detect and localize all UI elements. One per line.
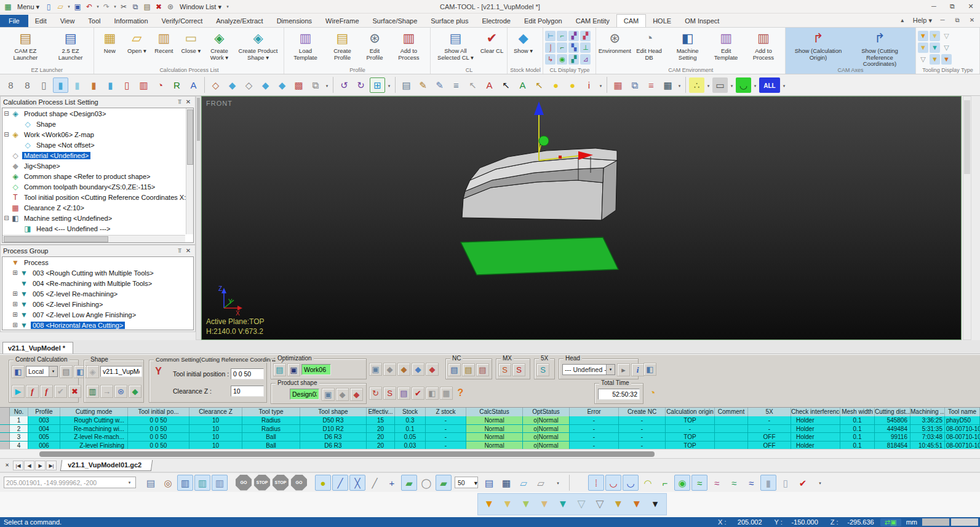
- paths-parallel-icon[interactable]: ≈: [691, 475, 707, 491]
- prev-sheet-button[interactable]: ◀: [24, 461, 34, 470]
- tool-axis-button[interactable]: S: [383, 387, 396, 400]
- sketch-edit-icon[interactable]: ✎: [415, 77, 431, 93]
- recent-button[interactable]: ▥Recent: [150, 29, 177, 66]
- head-info-icon[interactable]: i: [631, 363, 644, 376]
- plane-icon[interactable]: ▰: [401, 475, 417, 491]
- cam-ez-launcher-button[interactable]: ▤CAM EZ Launcher: [2, 29, 49, 66]
- clear-cl-button[interactable]: ✔Clear CL: [478, 29, 505, 66]
- tree-item[interactable]: ⊟ ◈ Product shape <Design03>: [2, 108, 193, 119]
- doc-preview-icon[interactable]: ◎: [160, 475, 176, 491]
- add-to-process-2-button[interactable]: ▥Add to Process: [744, 29, 783, 66]
- select-cursor-icon[interactable]: ↖: [498, 77, 514, 93]
- monitor-table-icon[interactable]: ◧: [643, 363, 656, 376]
- column-header[interactable]: Cutting dist...: [875, 408, 910, 416]
- panel-table-icon[interactable]: ▥: [212, 475, 228, 491]
- stop-button-2[interactable]: STOP: [273, 475, 289, 491]
- tree-item[interactable]: ⊞ ▼ 003 <Rough Cutting with Multiple Too…: [2, 267, 193, 278]
- path-contour-icon[interactable]: ◠: [640, 475, 656, 491]
- head-apply-button[interactable]: ▸: [617, 363, 630, 376]
- intersection-icon[interactable]: ╳: [349, 475, 365, 491]
- holder-tan-icon[interactable]: ▼: [536, 495, 553, 513]
- ribbon-tab[interactable]: Dimensions: [270, 15, 319, 27]
- holder-orange-icon[interactable]: ▼: [480, 495, 498, 513]
- tree-item[interactable]: ⊟ ◈ Work <Work06> Z-map: [2, 129, 193, 140]
- tool-initial-position-input[interactable]: [231, 368, 264, 379]
- stock-pair-button[interactable]: ◆: [412, 363, 424, 376]
- menu-button[interactable]: Menu ▾: [14, 1, 42, 12]
- dropdown-icon[interactable]: ▾: [386, 77, 392, 93]
- display-shaded-icon[interactable]: ▮: [53, 77, 68, 93]
- cl-display-type-3-icon[interactable]: ▞: [568, 31, 579, 41]
- window-list-button[interactable]: Window List ▾: [177, 1, 225, 12]
- ribbon-tab[interactable]: HOLE: [646, 15, 678, 27]
- tree-expander[interactable]: ⊟: [2, 110, 10, 117]
- open-button[interactable]: ▱Open ▾: [123, 29, 150, 66]
- fit-view-icon[interactable]: ⊞: [370, 77, 385, 93]
- print-setup-icon[interactable]: ▤: [143, 475, 159, 491]
- dropdown-icon[interactable]: ▾: [706, 77, 711, 93]
- column-header[interactable]: Calculation origin: [666, 408, 715, 416]
- machine-sim-button[interactable]: ◧: [426, 387, 439, 400]
- coordinate-input[interactable]: 205.001901, -149.999962, -200▾: [4, 477, 136, 488]
- measure-print-icon[interactable]: ≡: [448, 77, 464, 93]
- pages-gray-icon[interactable]: ▱: [533, 475, 549, 491]
- column-header[interactable]: Z stock: [426, 408, 466, 416]
- shape-settings-button[interactable]: ⊛: [114, 385, 127, 398]
- load-template-button[interactable]: ▥Load Template: [286, 29, 324, 66]
- help-button[interactable]: Help ▾: [910, 17, 934, 25]
- chevron-down-icon[interactable]: ▾: [474, 479, 477, 486]
- next-sheet-button[interactable]: ▶: [35, 461, 46, 470]
- tree-item[interactable]: ⊞ ▼ 005 <Z-level Re-machining>: [2, 288, 193, 299]
- pin-icon[interactable]: ⫪: [175, 98, 184, 106]
- tooling-type-3-icon[interactable]: ▽: [941, 31, 952, 41]
- ribbon-tab[interactable]: Edit: [28, 15, 54, 27]
- cl-display-type-2-icon[interactable]: ⌐: [557, 31, 567, 41]
- dropdown-icon[interactable]: ▾: [647, 495, 664, 513]
- close-sheet-button[interactable]: ✕: [2, 461, 12, 470]
- profile-window-button[interactable]: ▥: [86, 385, 99, 398]
- save-icon[interactable]: ▣: [72, 1, 83, 12]
- tree-item[interactable]: T Tool initial position <Cutting Referen…: [2, 192, 193, 202]
- view-back-icon[interactable]: ◆: [274, 77, 290, 93]
- tooling-type-2-icon[interactable]: ▼: [930, 31, 940, 41]
- panel-vertical-scrollbar[interactable]: [186, 108, 193, 234]
- snap-point-icon[interactable]: +: [384, 475, 400, 491]
- sheet-tab[interactable]: v21.1_VupModel01.gc2: [60, 460, 153, 471]
- column-header[interactable]: Tool shape: [300, 408, 367, 416]
- copy-table-icon[interactable]: ⧉: [627, 77, 642, 93]
- column-header[interactable]: CalcStatus: [466, 408, 523, 416]
- paste-icon[interactable]: ▤: [141, 1, 153, 12]
- restore-button[interactable]: ⧉: [943, 0, 962, 13]
- color-palette-icon[interactable]: ▦: [610, 77, 626, 93]
- ribbon-tab[interactable]: Electrode: [475, 15, 517, 27]
- line-icon[interactable]: ╱: [332, 475, 348, 491]
- path-j-curve-icon[interactable]: ◡: [623, 475, 639, 491]
- tree-item[interactable]: ⊞ ▼ 006 <Z-level Finishing>: [2, 299, 193, 309]
- dropdown-icon[interactable]: ▾: [113, 1, 118, 12]
- select-outline-cursor-icon[interactable]: ↖: [465, 77, 480, 93]
- work-window-button[interactable]: ▣: [369, 363, 382, 376]
- opt-mx-icon[interactable]: ▣: [287, 363, 300, 376]
- column-header[interactable]: Create NC: [619, 408, 666, 416]
- view-undo-icon[interactable]: ↺: [337, 77, 352, 93]
- display-wire-icon[interactable]: 8: [20, 77, 35, 93]
- doc-minimize-button[interactable]: ─: [936, 15, 949, 26]
- product-show-button[interactable]: ◆: [336, 388, 349, 401]
- dropdown-icon[interactable]: ▾: [66, 1, 71, 12]
- holder-teal-icon[interactable]: ▼: [554, 495, 572, 513]
- column-header[interactable]: Tool initial po...: [128, 408, 189, 416]
- cut-icon[interactable]: ✂: [118, 1, 129, 12]
- column-header[interactable]: Tool type: [242, 408, 300, 416]
- show-cutting-reference-button[interactable]: ↱Show (Cutting Reference Coordinates): [849, 29, 910, 66]
- scale-select[interactable]: 50▾: [455, 477, 478, 488]
- path-points-icon[interactable]: ⁞: [588, 475, 604, 491]
- last-sheet-button[interactable]: ▶|: [46, 461, 57, 470]
- tree-expander[interactable]: ⊞: [11, 322, 19, 328]
- pages-blue-icon[interactable]: ▱: [516, 475, 532, 491]
- dropdown-icon[interactable]: ▾: [324, 77, 330, 93]
- tree-item[interactable]: ⊞ ▼ 007 <Z-level Low Angle Finishing>: [2, 309, 193, 320]
- edit-template-button[interactable]: ▥Edit Template: [708, 29, 744, 66]
- ribbon-tab[interactable]: WireFrame: [319, 15, 365, 27]
- light-2-icon[interactable]: ●: [565, 77, 580, 93]
- sketch-plane-icon[interactable]: ✎: [432, 77, 447, 93]
